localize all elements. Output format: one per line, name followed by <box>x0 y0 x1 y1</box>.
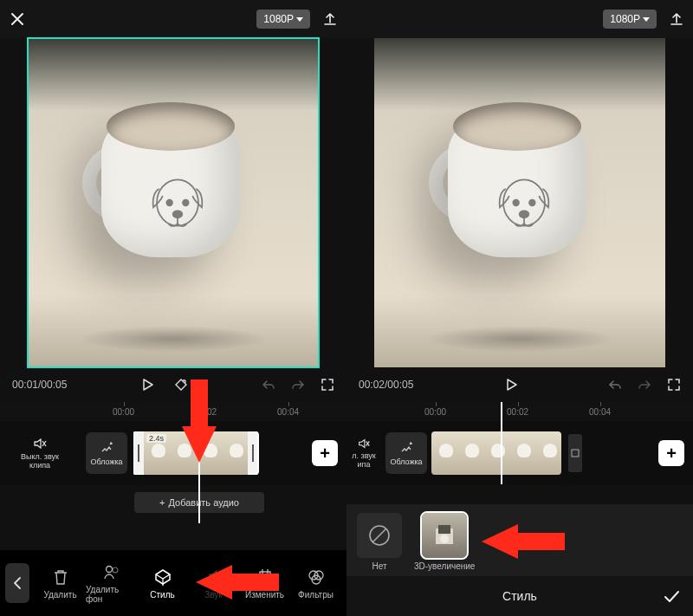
svg-point-2 <box>183 200 189 206</box>
tool-delete[interactable]: Удалить <box>35 567 86 600</box>
tool-style[interactable]: Стиль <box>137 567 188 600</box>
fullscreen-button[interactable] <box>321 378 334 392</box>
back-button[interactable] <box>5 563 29 603</box>
clip-row: л. звук ипа Обложка + <box>346 421 693 485</box>
pane-right: 1080P 00:02/00: <box>346 0 693 616</box>
timeline[interactable]: л. звук ипа Обложка + <box>346 421 693 485</box>
pane-left: 1080P 00:01/00: <box>0 0 346 616</box>
shadow <box>424 326 615 352</box>
resolution-selector[interactable]: 1080P <box>603 10 657 29</box>
panel-footer: Стиль <box>346 576 693 616</box>
tool-label: Стиль <box>150 590 174 600</box>
playhead[interactable] <box>501 402 502 484</box>
add-clip-button[interactable]: + <box>658 440 684 466</box>
play-button[interactable] <box>140 378 154 392</box>
svg-point-11 <box>513 200 519 206</box>
svg-point-1 <box>166 200 172 206</box>
resolution-selector[interactable]: 1080P <box>256 10 310 29</box>
transport-bar: 00:02/00:05 <box>346 367 693 402</box>
chevron-down-icon <box>296 17 303 22</box>
svg-rect-14 <box>572 450 579 457</box>
ruler-tick: 00:00 <box>113 407 134 417</box>
undo-button[interactable] <box>262 378 275 392</box>
preview-canvas[interactable] <box>374 38 665 367</box>
timeline-ruler[interactable]: 00:00 00:02 00:04 <box>346 402 693 421</box>
clip-selected[interactable]: 2.4s <box>133 431 258 475</box>
style-option-3d-zoom[interactable]: 3D-увеличение <box>414 513 475 571</box>
style-option-label: 3D-увеличение <box>414 561 475 571</box>
mute-label: Выкл. звук клипа <box>14 453 66 470</box>
svg-rect-6 <box>260 572 270 582</box>
tool-label: Удалить фон <box>86 585 137 604</box>
redo-button[interactable] <box>291 378 305 392</box>
undo-button[interactable] <box>608 378 622 392</box>
timeline-ruler[interactable]: 00:00 00:02 00:04 <box>0 402 346 421</box>
tool-label: Изменить <box>245 590 284 600</box>
mute-label: л. звук ипа <box>346 452 381 470</box>
panel-title: Стиль <box>502 589 537 603</box>
style-option-none[interactable]: Нет <box>357 513 402 571</box>
clip-row: Выкл. звук клипа Обложка 2.4s + <box>0 421 346 485</box>
ruler-tick: 00:00 <box>424 407 446 417</box>
ruler-tick: 00:04 <box>589 407 611 417</box>
cover-button[interactable]: Обложка <box>86 432 127 474</box>
transport-bar: 00:01/00:05 <box>0 367 346 402</box>
svg-point-18 <box>440 535 449 543</box>
fullscreen-button[interactable] <box>667 378 681 392</box>
timeline[interactable]: Выкл. звук клипа Обложка 2.4s + + До <box>0 421 346 525</box>
time-readout: 00:02/00:05 <box>359 379 413 391</box>
preview-image-mug <box>82 90 264 272</box>
mute-toggle[interactable]: л. звук ипа <box>346 437 381 470</box>
chevron-down-icon <box>643 17 650 22</box>
ruler-tick: 00:04 <box>277 407 299 417</box>
mute-toggle[interactable]: Выкл. звук клипа <box>0 436 80 470</box>
svg-point-13 <box>520 211 529 217</box>
svg-point-3 <box>173 211 183 217</box>
play-button[interactable] <box>504 378 518 392</box>
tool-remove-bg[interactable]: Удалить фон <box>86 562 137 604</box>
clip-end-marker[interactable] <box>568 434 582 472</box>
time-readout: 00:01/00:05 <box>12 379 67 391</box>
tool-edit[interactable]: Изменить <box>239 567 290 600</box>
resolution-label: 1080P <box>263 13 294 25</box>
tool-label: Звук <box>204 590 223 600</box>
top-bar: 1080P <box>346 0 693 38</box>
resolution-label: 1080P <box>610 13 640 25</box>
cover-button[interactable]: Обложка <box>385 432 427 474</box>
clip-handle-right[interactable] <box>248 431 258 475</box>
svg-rect-17 <box>438 525 450 534</box>
playhead[interactable] <box>198 402 200 523</box>
ruler-tick: 00:02 <box>507 407 528 417</box>
preview-canvas[interactable] <box>28 38 319 367</box>
bottom-toolbar: Удалить Удалить фон Стиль Звук Изменить … <box>0 550 346 616</box>
clip[interactable] <box>431 431 561 475</box>
tool-label: Фильтры <box>298 590 334 600</box>
clip-handle-left[interactable] <box>133 431 144 475</box>
style-options-panel: Нет 3D-увеличение <box>346 504 693 576</box>
confirm-button[interactable] <box>662 587 681 606</box>
clip-strip[interactable] <box>431 431 693 475</box>
plus-icon: + <box>159 497 165 508</box>
export-icon[interactable] <box>322 11 338 27</box>
close-icon[interactable] <box>9 10 26 28</box>
add-audio-label: Добавить аудио <box>168 497 238 508</box>
add-clip-button[interactable]: + <box>312 440 338 466</box>
preview-image-mug <box>429 90 611 272</box>
keyframe-button[interactable] <box>173 377 189 392</box>
export-icon[interactable] <box>669 11 684 27</box>
tool-label: Удалить <box>43 590 76 600</box>
svg-point-4 <box>106 567 112 573</box>
redo-button[interactable] <box>638 378 651 392</box>
clip-duration: 2.4s <box>146 434 166 443</box>
top-bar: 1080P <box>0 0 346 38</box>
svg-point-5 <box>113 567 118 573</box>
tool-filters[interactable]: Фильтры <box>290 567 341 600</box>
tool-sound[interactable]: Звук <box>188 567 239 600</box>
style-option-label: Нет <box>372 561 386 571</box>
shadow <box>78 326 269 352</box>
cover-label: Обложка <box>90 457 122 466</box>
cover-label: Обложка <box>390 457 422 466</box>
svg-point-12 <box>529 200 535 206</box>
